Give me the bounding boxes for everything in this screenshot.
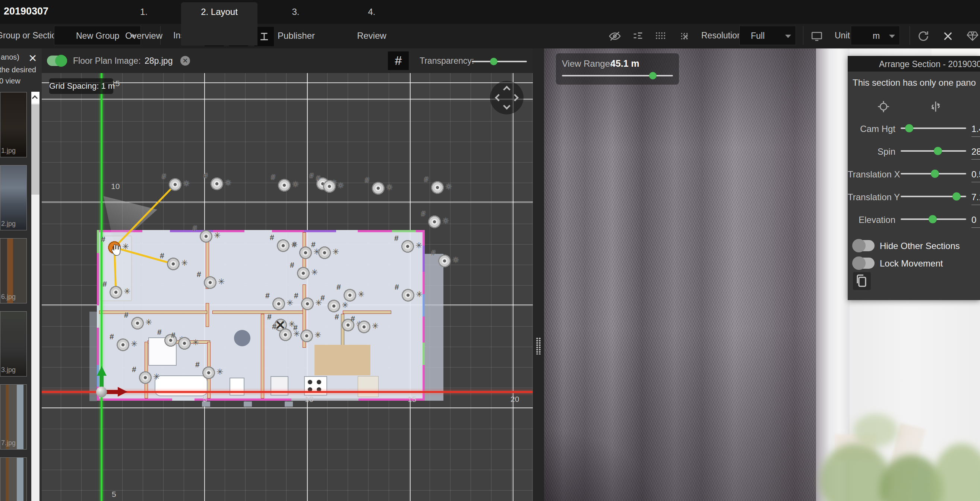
grip-hash-icon[interactable]: #: [124, 311, 129, 319]
drag-grip-icon[interactable]: [536, 337, 541, 354]
gem-tool-button[interactable]: [965, 29, 980, 43]
pano-marker[interactable]: #✳: [318, 246, 331, 260]
marker-dot[interactable]: [299, 246, 312, 260]
grip-hash-icon[interactable]: #: [365, 176, 369, 185]
pano-marker[interactable]: #✳: [131, 316, 144, 330]
slider-track[interactable]: [900, 173, 966, 174]
marker-dot[interactable]: [109, 286, 123, 299]
close-icon[interactable]: ✕: [28, 52, 37, 64]
chevron-down-icon[interactable]: [503, 102, 511, 110]
rotate-star-icon[interactable]: ✳: [372, 321, 379, 331]
rotate-star-icon[interactable]: ✳: [311, 268, 318, 277]
rotate-star-icon[interactable]: ✳: [342, 300, 348, 310]
pano-marker[interactable]: #✳: [272, 297, 285, 311]
rotate-star-icon[interactable]: ✳: [216, 367, 223, 377]
remove-floorplan-icon[interactable]: ✕: [180, 56, 190, 65]
grip-hash-icon[interactable]: #: [294, 291, 299, 300]
pano-marker[interactable]: #✳: [278, 179, 291, 192]
marker-dot[interactable]: [169, 178, 182, 191]
pano-marker[interactable]: #✳: [279, 328, 292, 341]
grip-hash-icon[interactable]: #: [110, 332, 114, 341]
slider-thumb[interactable]: [931, 170, 939, 178]
pano-marker[interactable]: #✳: [109, 286, 123, 299]
marker-dot[interactable]: [204, 276, 217, 289]
toggle-hide-other-sections[interactable]: Hide Other Sections: [854, 239, 980, 252]
marker-dot[interactable]: [178, 337, 191, 350]
pano-marker[interactable]: #✳: [297, 266, 310, 280]
pan-control[interactable]: [490, 81, 523, 115]
snap-off-button[interactable]: [678, 29, 692, 43]
pano-marker[interactable]: #✳: [428, 215, 441, 228]
grip-hash-icon[interactable]: #: [270, 233, 274, 242]
scrollbar-thumb[interactable]: [31, 104, 40, 195]
marker-dot[interactable]: [138, 371, 152, 385]
rotate-star-icon[interactable]: ✳: [386, 183, 393, 192]
view-range-slider-thumb[interactable]: [649, 72, 657, 80]
slider-value-field[interactable]: 1.4: [971, 124, 980, 137]
pano-marker[interactable]: #✳: [343, 289, 356, 302]
grip-hash-icon[interactable]: #: [335, 313, 339, 321]
rotate-star-icon[interactable]: ✳: [192, 338, 199, 348]
marker-dot[interactable]: [401, 289, 415, 302]
chevron-up-icon[interactable]: [503, 86, 511, 93]
rotate-star-icon[interactable]: ✳: [286, 298, 293, 308]
pano-marker[interactable]: #✳: [199, 230, 213, 243]
origin-handle[interactable]: [96, 386, 107, 397]
marker-dot[interactable]: [131, 316, 144, 330]
pano-marker[interactable]: #✳: [431, 181, 444, 194]
marker-dot[interactable]: [323, 180, 336, 193]
toggle-lock-movement[interactable]: Lock Movement: [854, 257, 980, 270]
marker-dot[interactable]: [431, 181, 444, 194]
marker-dot[interactable]: [272, 297, 285, 311]
rotate-star-icon[interactable]: ✳: [445, 182, 452, 191]
marker-dot[interactable]: [301, 297, 314, 311]
slider-value-field[interactable]: 7.1: [971, 192, 980, 205]
view-range-slider[interactable]: [562, 75, 673, 77]
rotate-section-button[interactable]: [929, 100, 942, 113]
rotate-star-icon[interactable]: ✳: [358, 290, 364, 299]
marker-dot[interactable]: [297, 266, 310, 280]
panel-resize-divider[interactable]: [533, 48, 544, 501]
unit-select[interactable]: m: [851, 26, 900, 45]
pano-marker[interactable]: #✳: [277, 239, 290, 252]
refresh-button[interactable]: [916, 29, 931, 43]
marker-dot[interactable]: [401, 240, 414, 253]
rotate-star-icon[interactable]: ✳: [218, 277, 225, 287]
pano-thumbnail[interactable]: [0, 457, 27, 501]
rotate-star-icon[interactable]: ✳: [153, 372, 160, 382]
resolution-select[interactable]: Full: [739, 26, 796, 45]
chevron-right-icon[interactable]: [511, 94, 519, 101]
rotate-star-icon[interactable]: ✳: [124, 287, 130, 296]
marker-dot[interactable]: [372, 182, 385, 195]
grip-hash-icon[interactable]: #: [160, 251, 164, 260]
marker-dot[interactable]: [202, 366, 215, 380]
scroll-up-button[interactable]: [31, 92, 40, 103]
pano-thumbnail[interactable]: 1.jpg: [0, 92, 27, 157]
marker-dot[interactable]: [428, 215, 441, 228]
tab-3-publisher[interactable]: 3. Publisher: [278, 0, 314, 24]
grip-hash-icon[interactable]: #: [309, 171, 314, 180]
tab-1-overview[interactable]: 1. Overview: [125, 0, 163, 24]
grip-hash-icon[interactable]: #: [204, 171, 208, 180]
grip-hash-icon[interactable]: #: [293, 323, 298, 332]
center-view-button[interactable]: [877, 100, 890, 113]
clear-button[interactable]: [940, 29, 955, 43]
toggle-track[interactable]: [854, 240, 875, 251]
grip-hash-icon[interactable]: #: [320, 294, 325, 302]
rotate-star-icon[interactable]: ✳: [122, 242, 129, 252]
slider-thumb[interactable]: [929, 215, 937, 223]
slider-track[interactable]: [900, 150, 966, 152]
rotate-star-icon[interactable]: ✳: [131, 339, 137, 349]
marker-dot[interactable]: [210, 177, 224, 190]
layout-canvas[interactable]: Floor Plan Image: 28p.jpg ✕ # Transparen…: [42, 48, 533, 501]
grip-hash-icon[interactable]: #: [171, 331, 175, 340]
slider-value-field[interactable]: 0.5: [971, 169, 980, 182]
grip-hash-icon[interactable]: #: [265, 291, 270, 300]
selected-pano-marker[interactable]: #✳: [108, 241, 121, 254]
marker-dot[interactable]: [277, 239, 290, 252]
pano-marker[interactable]: #✳: [299, 246, 312, 260]
transparency-slider[interactable]: [472, 61, 527, 62]
grid-toggle-button[interactable]: #: [388, 51, 409, 70]
marker-dot[interactable]: [278, 179, 291, 192]
marker-dot[interactable]: [327, 299, 340, 313]
